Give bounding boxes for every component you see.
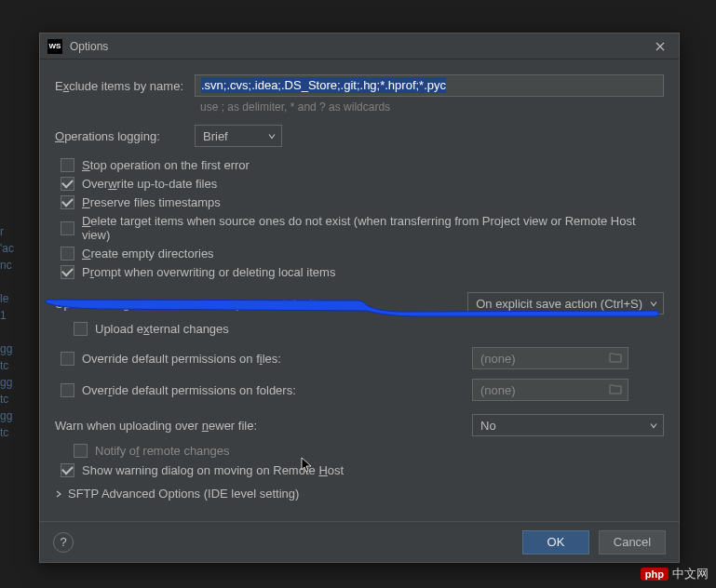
dialog-footer: ? OK Cancel	[40, 521, 679, 562]
override-folders-label: Override default permissions on folders:	[82, 383, 296, 397]
preserve-row: Preserve files timestamps	[61, 195, 664, 209]
stop-error-checkbox[interactable]	[61, 158, 74, 172]
app-icon: WS	[47, 39, 62, 54]
sftp-advanced-row[interactable]: SFTP Advanced Options (IDE level setting…	[55, 487, 664, 501]
show-warning-label: Show warning dialog on moving on Remote …	[82, 463, 344, 477]
override-folders-checkbox[interactable]	[61, 383, 74, 397]
exclude-row: Exclude items by name: .svn;.cvs;.idea;.…	[55, 74, 664, 97]
show-warning-row: Show warning dialog on moving on Remote …	[61, 463, 664, 477]
close-button[interactable]	[649, 35, 671, 58]
watermark-text: 中文网	[672, 566, 709, 582]
overwrite-row: Overwrite up-to-date files	[61, 177, 664, 191]
upload-external-row: Upload external changes	[74, 322, 664, 336]
exclude-label: Exclude items by name:	[55, 79, 195, 93]
prompt-checkbox[interactable]	[61, 265, 74, 279]
override-files-label: Override default permissions on files:	[82, 352, 281, 366]
chevron-down-icon	[650, 419, 657, 433]
create-empty-row: Create empty directories	[61, 247, 664, 261]
files-permission-input[interactable]: (none)	[472, 347, 628, 369]
folder-icon	[609, 352, 622, 366]
chevron-down-icon	[650, 297, 657, 311]
exclude-input[interactable]: .svn;.cvs;.idea;.DS_Store;.git;.hg;*.hpr…	[195, 74, 664, 97]
exclude-hint: use ; as delimiter, * and ? as wildcards	[200, 100, 664, 114]
ok-button[interactable]: OK	[522, 530, 589, 555]
background-editor-text: r'acncle1ggtcggtcggtc	[0, 223, 28, 441]
preserve-label: Preserve files timestamps	[82, 195, 221, 209]
preserve-checkbox[interactable]	[61, 195, 74, 209]
notify-remote-row: Notify of remote changes	[74, 444, 664, 458]
show-warning-checkbox[interactable]	[61, 463, 74, 477]
upload-auto-select[interactable]: On explicit save action (Ctrl+S)	[467, 292, 664, 314]
notify-remote-label: Notify of remote changes	[95, 444, 230, 458]
operations-label: Operations logging:	[55, 129, 195, 143]
watermark: php 中文网	[641, 566, 709, 582]
warn-newer-label: Warn when uploading over newer file:	[55, 419, 472, 433]
folder-icon	[609, 383, 622, 397]
help-button[interactable]: ?	[53, 532, 74, 553]
delete-target-label: Delete target items when source ones do …	[82, 214, 664, 242]
prompt-label: Prompt when overwriting or deleting loca…	[82, 265, 335, 279]
options-dialog: WS Options Exclude items by name: .svn;.…	[39, 33, 680, 563]
upload-external-checkbox[interactable]	[74, 322, 88, 336]
operations-row: Operations logging: Brief	[55, 125, 664, 147]
window-title: Options	[70, 40, 649, 53]
create-empty-label: Create empty directories	[82, 247, 214, 261]
override-folders-row: Override default permissions on folders:…	[55, 379, 664, 401]
operations-select[interactable]: Brief	[195, 125, 282, 147]
upload-auto-row: Upload changed files automatically to th…	[55, 292, 664, 314]
folders-permission-input[interactable]: (none)	[472, 379, 628, 401]
notify-remote-checkbox[interactable]	[74, 444, 88, 458]
overwrite-checkbox[interactable]	[61, 177, 74, 191]
overwrite-label: Overwrite up-to-date files	[82, 177, 217, 191]
stop-error-row: Stop operation on the first error	[61, 158, 664, 172]
delete-target-checkbox[interactable]	[61, 221, 74, 235]
upload-external-label: Upload external changes	[95, 322, 229, 336]
override-files-row: Override default permissions on files: (…	[55, 347, 664, 369]
delete-target-row: Delete target items when source ones do …	[61, 214, 664, 242]
chevron-down-icon	[268, 129, 276, 143]
sftp-advanced-label: SFTP Advanced Options (IDE level setting…	[68, 487, 299, 501]
warn-newer-select[interactable]: No	[472, 414, 664, 436]
upload-auto-label: Upload changed files automatically to th…	[55, 297, 467, 311]
titlebar[interactable]: WS Options	[40, 33, 679, 60]
override-files-checkbox[interactable]	[61, 352, 74, 366]
create-empty-checkbox[interactable]	[61, 247, 74, 261]
prompt-row: Prompt when overwriting or deleting loca…	[61, 265, 664, 279]
cancel-button[interactable]: Cancel	[599, 530, 666, 555]
stop-error-label: Stop operation on the first error	[82, 158, 250, 172]
close-icon	[655, 42, 665, 51]
dialog-content: Exclude items by name: .svn;.cvs;.idea;.…	[40, 60, 679, 508]
warn-newer-row: Warn when uploading over newer file: No	[55, 414, 664, 436]
expand-arrow-icon	[55, 487, 62, 501]
watermark-badge: php	[641, 568, 669, 581]
